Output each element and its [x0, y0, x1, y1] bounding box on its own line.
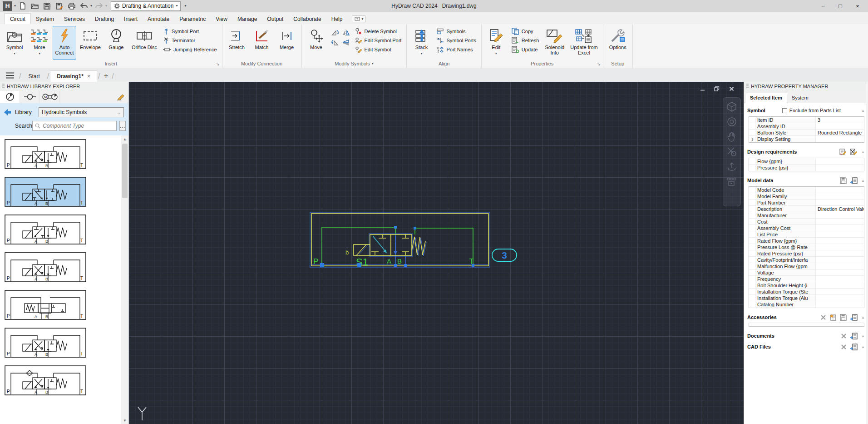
export-icon[interactable] — [850, 344, 858, 350]
library-symbol-1[interactable]: P A B T — [5, 139, 86, 169]
library-symbol-5[interactable]: P A B T — [5, 290, 86, 320]
property-value[interactable] — [816, 200, 864, 205]
chevron-down-icon[interactable]: ▾ — [372, 62, 374, 65]
canvas-close-button[interactable] — [725, 84, 737, 93]
edit-button[interactable]: Edit▾ — [484, 26, 508, 60]
property-value[interactable]: Direction Control Valv — [816, 206, 864, 212]
property-value[interactable] — [816, 225, 864, 231]
checkbox-icon[interactable] — [782, 108, 787, 113]
property-value[interactable] — [816, 123, 864, 129]
save-as-button[interactable] — [54, 1, 65, 11]
search-input[interactable] — [43, 123, 114, 129]
property-value[interactable] — [816, 231, 864, 237]
scroll-down-icon[interactable]: ▼ — [123, 417, 127, 424]
qat-customize-icon[interactable]: ▾ — [184, 4, 186, 8]
app-logo-icon[interactable]: H — [3, 1, 12, 11]
export-icon[interactable] — [850, 314, 858, 321]
scroll-track[interactable] — [121, 143, 128, 417]
property-value[interactable] — [816, 282, 864, 288]
property-value[interactable] — [816, 269, 864, 275]
collapse-icon[interactable]: ▲ — [861, 334, 865, 338]
dialog-launcher-icon[interactable]: ↘ — [216, 62, 220, 66]
edit-symbol-button[interactable]: Edit Symbol — [353, 45, 404, 54]
scroll-up-icon[interactable]: ▲ — [123, 135, 127, 143]
property-value[interactable] — [816, 187, 864, 193]
show-motion-icon[interactable] — [726, 176, 737, 187]
orifice-disc-button[interactable]: Orifice Disc — [129, 26, 159, 60]
library-scrollbar[interactable]: ▲▼ — [121, 135, 128, 424]
note-edit-icon[interactable] — [839, 149, 847, 155]
save-icon[interactable] — [840, 177, 847, 184]
property-value[interactable] — [816, 263, 864, 269]
property-value[interactable]: Rounded Rectangle — [816, 130, 864, 135]
more-button[interactable]: More▾ — [28, 26, 51, 60]
property-value[interactable] — [816, 295, 864, 301]
property-value[interactable] — [816, 212, 864, 218]
property-value[interactable] — [816, 219, 864, 224]
library-symbol-2-selected[interactable]: P A B T — [5, 177, 86, 207]
library-dropdown[interactable]: Hydraulic Symbols ⌄ — [39, 107, 124, 117]
window-minimize-button[interactable]: − — [814, 0, 832, 12]
property-value[interactable]: 3 — [816, 117, 864, 123]
property-value[interactable] — [816, 165, 864, 171]
new-icon[interactable] — [829, 314, 837, 321]
property-value[interactable] — [816, 257, 864, 263]
menu-tab-drafting[interactable]: Drafting — [90, 14, 119, 24]
envelope-button[interactable]: Envelope — [78, 26, 103, 60]
window-close-button[interactable]: × — [849, 0, 866, 12]
property-value[interactable] — [816, 136, 864, 142]
terminator-button[interactable]: Terminator — [161, 36, 219, 45]
gauge-button[interactable]: Gauge — [104, 26, 128, 60]
selected-valve-symbol[interactable]: P S1 A B T b 3 — [307, 210, 525, 279]
refresh-button[interactable]: Refresh — [509, 36, 542, 45]
canvas-restore-button[interactable] — [711, 84, 723, 93]
property-tab-selected-item[interactable]: Selected Item — [745, 93, 787, 103]
menu-tab-help[interactable]: Help — [326, 14, 348, 24]
back-arrow-icon[interactable] — [4, 109, 11, 115]
library-tab-lib-accessory[interactable]: M — [40, 91, 60, 103]
viewcube-icon[interactable] — [726, 101, 737, 112]
library-symbol-7[interactable]: P A B T — [5, 365, 86, 395]
property-value[interactable] — [816, 301, 864, 308]
x-icon[interactable] — [841, 344, 847, 350]
navigation-bar[interactable] — [723, 97, 741, 206]
library-tab-lib-gauge[interactable] — [0, 91, 20, 103]
scroll-thumb[interactable] — [122, 144, 128, 198]
property-value[interactable] — [816, 276, 864, 282]
property-value[interactable] — [816, 193, 864, 199]
new-file-button[interactable] — [17, 1, 28, 11]
property-value[interactable] — [816, 250, 864, 256]
menu-tab-collaborate[interactable]: Collaborate — [288, 14, 326, 24]
window-maximize-button[interactable]: □ — [832, 0, 849, 12]
search-more-button[interactable]: ... — [119, 121, 126, 131]
menu-tab-parametric[interactable]: Parametric — [174, 14, 211, 24]
redo-caret-icon[interactable]: ▾ — [105, 4, 107, 8]
edit-library-button[interactable] — [113, 91, 128, 103]
menu-tab-manage[interactable]: Manage — [232, 14, 262, 24]
update-from-excel-button[interactable]: Update fromExcel — [568, 26, 600, 60]
jumping-reference-button[interactable]: Jumping Reference — [161, 45, 219, 54]
x-icon[interactable] — [820, 314, 826, 320]
exclude-from-parts-checkbox[interactable]: Exclude from Parts List — [782, 108, 841, 113]
panel-grip[interactable] — [746, 84, 749, 89]
property-tab-system[interactable]: System — [787, 93, 813, 103]
menu-tab-system[interactable]: System — [31, 14, 59, 24]
symbols-button[interactable]: Symbols — [434, 27, 478, 36]
library-symbol-6[interactable]: P A B T — [5, 328, 86, 358]
file-tabs-menu-button[interactable] — [5, 72, 15, 79]
expander-icon[interactable]: ❯ — [749, 136, 756, 142]
canvas-minimize-button[interactable] — [696, 84, 708, 93]
pan-icon[interactable] — [726, 131, 737, 142]
undo-button[interactable] — [78, 1, 89, 11]
collapse-icon[interactable]: ▲ — [861, 109, 865, 113]
property-value[interactable] — [816, 238, 864, 244]
note-clear-icon[interactable] — [850, 149, 858, 155]
solenoid-info-button[interactable]: SolenoidInfo — [542, 26, 567, 60]
options-button[interactable]: Options — [606, 26, 630, 60]
workspace-switcher[interactable]: Drafting & Annotation ▾ — [111, 1, 181, 11]
close-tab-icon[interactable]: × — [87, 73, 90, 80]
mirv-button[interactable] — [342, 29, 350, 36]
orbit-icon[interactable] — [726, 161, 737, 172]
redo-button[interactable] — [93, 1, 104, 11]
export-icon[interactable] — [850, 333, 858, 339]
